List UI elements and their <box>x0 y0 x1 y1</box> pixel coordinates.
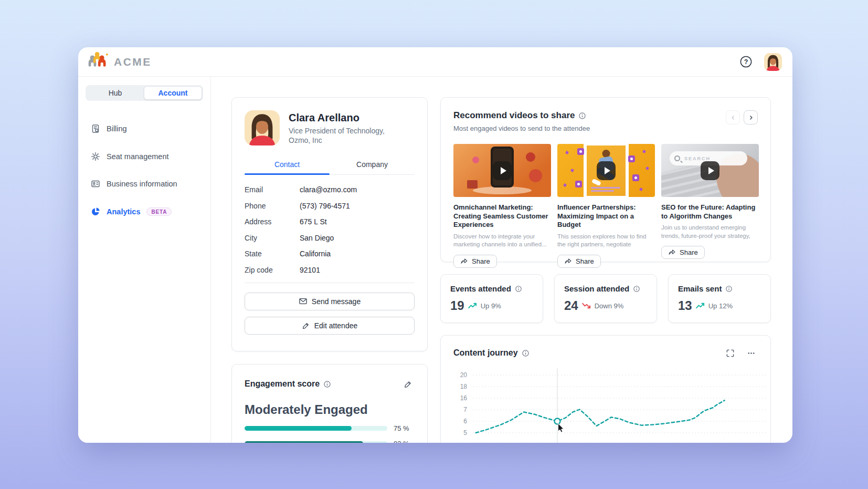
engagement-bar-row: 75 % <box>245 424 415 432</box>
journey-title: Content journey <box>453 348 518 358</box>
stat-trend-label: Up 9% <box>481 302 501 310</box>
journey-title-row: Content journey <box>453 348 530 358</box>
edit-attendee-button[interactable]: Edit attendee <box>245 317 415 335</box>
engagement-title: Engagement score <box>245 379 320 389</box>
video-title[interactable]: Omnichannel Marketing: Creating Seamless… <box>453 203 551 230</box>
videos-heading: Recommend videos to share Most engaged v… <box>453 110 590 132</box>
sidebar-item-analytics[interactable]: Analytics BETA <box>86 204 203 220</box>
sidebar-item-business-information[interactable]: Business information <box>86 176 203 192</box>
help-button[interactable]: ? <box>739 55 753 69</box>
video-card: Influencer Partnerships: Maximizing Impa… <box>557 144 655 268</box>
info-icon[interactable] <box>515 285 522 293</box>
info-icon[interactable] <box>323 380 331 388</box>
fullscreen-button[interactable] <box>723 346 737 360</box>
sidebar-item-label: Seat management <box>107 152 169 161</box>
tab-contact[interactable]: Contact <box>245 160 330 174</box>
send-message-label: Send message <box>312 297 361 306</box>
content-journey-card: Content journey <box>440 335 771 443</box>
video-description: This session explores how to find the ri… <box>557 233 655 249</box>
tab-company[interactable]: Company <box>330 160 415 174</box>
content-journey-chart[interactable]: 201816765 <box>441 366 771 443</box>
share-arrow-icon <box>460 257 468 265</box>
play-button-icon <box>597 161 616 180</box>
field-row-phone: Phone (573) 796-4571 <box>245 202 415 210</box>
video-title[interactable]: Influencer Partnerships: Maximizing Impa… <box>557 203 655 230</box>
ornament-shape <box>472 157 479 163</box>
edit-engagement-button[interactable] <box>401 377 415 391</box>
carousel-prev-button[interactable] <box>726 110 740 124</box>
video-list: Omnichannel Marketing: Creating Seamless… <box>453 144 758 268</box>
pencil-icon <box>302 321 310 330</box>
video-description: Discover how to integrate your marketing… <box>453 233 551 249</box>
field-label: State <box>245 249 300 258</box>
social-icon-chip <box>577 148 584 155</box>
send-message-button[interactable]: Send message <box>245 293 415 310</box>
progress-track <box>245 441 387 443</box>
magnifier-icon <box>674 155 680 161</box>
account-tab[interactable]: Account <box>144 86 202 100</box>
sidebar-item-seat-management[interactable]: Seat management <box>86 149 203 164</box>
field-value: California <box>300 249 331 258</box>
acme-logo-icon <box>87 52 109 72</box>
hub-tab[interactable]: Hub <box>87 86 144 100</box>
info-icon[interactable] <box>522 349 530 357</box>
video-thumbnail-omnichannel[interactable] <box>453 144 551 197</box>
gift-shape <box>467 180 478 189</box>
field-value: 92101 <box>300 266 320 274</box>
field-row-state: State California <box>245 249 415 258</box>
attendee-name: Clara Arellano <box>289 112 385 124</box>
avatar-portrait <box>764 53 782 71</box>
ornament-shape <box>526 152 535 162</box>
divider <box>245 283 415 283</box>
social-icon-chip <box>575 181 582 188</box>
stat-value: 24 <box>564 298 578 313</box>
field-label: Zip code <box>245 266 300 274</box>
attendee-role: Vice President of Technology, Ozmo, Inc <box>289 126 385 145</box>
field-value: San Diego <box>300 234 334 242</box>
social-icon-chip <box>628 155 635 162</box>
svg-text:18: 18 <box>460 383 468 390</box>
ornament-shape <box>529 169 542 182</box>
share-button[interactable]: Share <box>557 255 601 268</box>
video-card: Omnichannel Marketing: Creating Seamless… <box>453 144 551 268</box>
app-window: ACME ? Hub Account <box>78 47 792 443</box>
profile-tabs: Contact Company <box>245 160 415 175</box>
progress-percent: 75 % <box>394 424 415 432</box>
svg-text:5: 5 <box>463 429 467 436</box>
info-icon[interactable] <box>578 112 586 120</box>
stat-value: 19 <box>450 298 464 313</box>
share-arrow-icon <box>564 257 572 265</box>
chevron-right-icon <box>747 114 755 121</box>
field-row-city: City San Diego <box>245 234 415 242</box>
info-icon[interactable] <box>633 285 640 293</box>
mouse-cursor <box>558 423 564 432</box>
engagement-bar-row: 83 % <box>245 440 415 443</box>
social-icon-chip <box>632 174 639 181</box>
trend-arrow-icon <box>696 303 705 309</box>
field-label: Address <box>245 217 300 226</box>
attendee-role-line1: Vice President of Technology, <box>289 127 385 135</box>
video-thumbnail-influencer[interactable] <box>557 144 655 197</box>
profile-identity: Clara Arellano Vice President of Technol… <box>289 110 385 145</box>
stat-trend-label: Down 9% <box>595 302 624 310</box>
share-button[interactable]: Share <box>661 246 705 259</box>
info-icon[interactable] <box>725 285 733 293</box>
search-hint-text: SEARCH <box>684 156 711 161</box>
sidebar-item-billing[interactable]: Billing <box>86 121 203 137</box>
chevron-left-icon <box>729 114 737 121</box>
user-avatar[interactable] <box>764 53 782 71</box>
sidebar-item-label: Analytics <box>107 207 140 216</box>
svg-text:16: 16 <box>460 394 468 402</box>
field-label: City <box>245 234 300 242</box>
video-thumbnail-seo[interactable]: SEARCH <box>661 144 759 197</box>
more-options-button[interactable] <box>744 346 758 360</box>
trend-arrow-icon <box>582 303 591 309</box>
profile-header: Clara Arellano Vice President of Technol… <box>245 110 415 145</box>
share-label: Share <box>680 248 698 256</box>
video-title[interactable]: SEO for the Future: Adapting to Algorith… <box>661 203 759 221</box>
progress-fill <box>245 441 363 443</box>
stat-trend-label: Up 12% <box>708 302 733 310</box>
carousel-next-button[interactable] <box>744 110 758 124</box>
play-button-icon <box>493 161 512 180</box>
share-button[interactable]: Share <box>453 255 497 268</box>
